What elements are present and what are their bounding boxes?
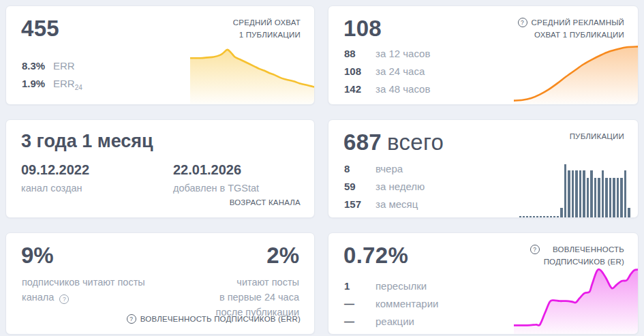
stat-value: —: [344, 299, 375, 309]
stat-row: — реакции: [344, 316, 438, 326]
bar-chart-dash: [543, 216, 545, 218]
bar-chart-dash: [540, 216, 542, 218]
bar-chart-dash: [536, 216, 538, 218]
bar-chart-bar: [620, 178, 623, 218]
stat-row: 108 за 24 часа: [344, 66, 430, 76]
bar-chart-dash: [533, 216, 535, 218]
bar-chart-bar: [628, 208, 630, 217]
err24-value: 2%: [266, 243, 299, 269]
bar-chart-bar: [617, 178, 619, 218]
bar-chart-bar: [609, 178, 612, 218]
er-value: 0.72%: [343, 243, 408, 269]
adv-reach-caption: ? СРЕДНИЙ РЕКЛАМНЫЙ ОХВАТ 1 ПУБЛИКАЦИИ: [518, 17, 624, 42]
stat-value: 88: [344, 48, 375, 59]
stat-value: 1: [344, 281, 375, 291]
help-icon[interactable]: ?: [127, 314, 136, 324]
bar-chart-dash: [530, 216, 532, 218]
stat-row: 88 за 12 часов: [344, 48, 430, 59]
bar-chart-bar: [572, 170, 574, 217]
bar-chart-bar: [560, 208, 563, 217]
avg-reach-value: 455: [21, 16, 59, 42]
stat-row: 142 за 48 часов: [344, 84, 430, 94]
bar-chart-dash: [557, 216, 559, 218]
publications-bar-chart: [519, 163, 634, 217]
card-adv-reach: 108 ? СРЕДНИЙ РЕКЛАМНЫЙ ОХВАТ 1 ПУБЛИКАЦ…: [328, 5, 639, 105]
stat-label: реакции: [375, 316, 414, 326]
err24-subscript: 24: [75, 84, 82, 91]
bar-chart-bar: [583, 170, 585, 217]
publications-value: 687всего: [343, 129, 444, 155]
stat-value: —: [344, 316, 375, 326]
bar-chart-bar: [587, 178, 589, 218]
help-icon[interactable]: ?: [59, 294, 69, 304]
bar-chart-dash: [550, 216, 552, 218]
adv-reach-caption-text: СРЕДНИЙ РЕКЛАМНЫЙ ОХВАТ 1 ПУБЛИКАЦИИ: [532, 17, 624, 42]
stat-value: 59: [344, 181, 375, 192]
stat-label: за 24 часа: [375, 66, 425, 76]
stat-row: — комментарии: [344, 299, 438, 309]
help-icon[interactable]: ?: [530, 245, 540, 254]
bar-chart-bar: [624, 170, 627, 217]
channel-age-title: 3 года 1 месяц: [21, 131, 153, 152]
publications-value-suffix: всего: [387, 129, 444, 155]
stat-label: вчера: [375, 164, 403, 174]
stat-row: 8.3% ERR: [22, 61, 82, 71]
stat-value: 8: [344, 164, 375, 174]
card-er: 0.72% ? ВОВЛЕЧЕННОСТЬ ПОДПИСЧИКОВ (ER) 1…: [328, 232, 639, 335]
bar-chart-bar: [575, 170, 578, 217]
channel-added-label: добавлен в TGStat: [173, 183, 259, 194]
card-err: 9% 2% подписчиков читают посты канала ? …: [5, 232, 315, 335]
card-publications: 687всего ПУБЛИКАЦИИ 8 вчера 59 за неделю…: [328, 119, 639, 218]
channel-created-block: 09.12.2022 канал создан: [21, 162, 89, 194]
channel-added-block: 22.01.2026 добавлен в TGStat: [173, 162, 259, 194]
stat-value: 8.3%: [22, 61, 53, 71]
er-sparkline-chart: [514, 262, 638, 334]
err-value: 9%: [21, 243, 54, 269]
help-icon[interactable]: ?: [518, 18, 527, 27]
bar-chart-dash: [547, 216, 549, 218]
publications-rows: 8 вчера 59 за неделю 157 за месяц: [344, 164, 425, 217]
bar-chart-bar: [598, 178, 600, 218]
stat-label: за месяц: [375, 199, 418, 209]
adv-reach-value: 108: [343, 16, 382, 42]
stat-value: 108: [344, 66, 375, 76]
stat-row: 1 пересылки: [344, 281, 438, 291]
avg-reach-caption: СРЕДНИЙ ОХВАТ 1 ПУБЛИКАЦИИ: [233, 17, 301, 42]
bar-chart-dash: [519, 216, 521, 218]
bar-chart-bar: [613, 178, 615, 218]
card-channel-age: 3 года 1 месяц 09.12.2022 канал создан 2…: [5, 119, 315, 218]
channel-added-date: 22.01.2026: [173, 162, 259, 178]
stat-label: комментарии: [375, 299, 438, 309]
stat-value: 142: [344, 84, 375, 94]
stat-label: ERR24: [53, 78, 82, 91]
err-caption: ? ВОВЛЕЧЕННОСТЬ ПОДПИСЧИКОВ (ERR): [127, 314, 301, 326]
publications-caption: ПУБЛИКАЦИИ: [570, 131, 624, 143]
adv-reach-sparkline-chart: [514, 43, 638, 104]
stat-value: 157: [344, 199, 375, 209]
stats-dashboard: 455 СРЕДНИЙ ОХВАТ 1 ПУБЛИКАЦИИ 8.3% ERR …: [0, 0, 644, 336]
stat-row: 8 вчера: [344, 164, 425, 174]
stat-label: пересылки: [375, 281, 427, 291]
avg-reach-rows: 8.3% ERR 1.9% ERR24: [22, 61, 82, 99]
stat-label: за неделю: [375, 181, 425, 192]
bar-chart-bar: [564, 164, 567, 217]
bar-chart-bar: [579, 170, 582, 217]
bar-chart-bar: [602, 170, 604, 217]
channel-age-caption: ВОЗРАСТ КАНАЛА: [230, 197, 301, 209]
stat-row: 59 за неделю: [344, 181, 425, 192]
avg-reach-sparkline-chart: [190, 44, 314, 104]
bar-chart-bar: [590, 170, 593, 217]
bar-chart-dash: [523, 216, 525, 218]
bar-chart-dash: [526, 216, 528, 218]
bar-chart-bar: [568, 170, 570, 217]
card-avg-reach: 455 СРЕДНИЙ ОХВАТ 1 ПУБЛИКАЦИИ 8.3% ERR …: [5, 5, 315, 105]
err-value-label: подписчиков читают посты канала ?: [22, 275, 168, 305]
adv-reach-rows: 88 за 12 часов 108 за 24 часа 142 за 48 …: [344, 48, 430, 102]
stat-label: ERR: [53, 61, 75, 71]
bar-chart-dash: [553, 216, 555, 218]
bar-chart-bar: [594, 178, 597, 218]
avg-reach-caption-text: СРЕДНИЙ ОХВАТ 1 ПУБЛИКАЦИИ: [233, 17, 301, 42]
stat-row: 1.9% ERR24: [22, 78, 82, 91]
stat-row: 157 за месяц: [344, 199, 425, 209]
er-rows: 1 пересылки — комментарии — реакции: [344, 281, 438, 334]
